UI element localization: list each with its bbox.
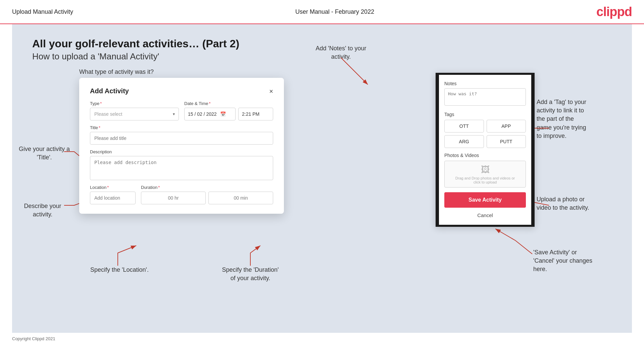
modal-header: Add Activity × [90, 87, 273, 95]
modal-title: Add Activity [90, 87, 129, 95]
title-group: Title* [90, 125, 273, 145]
annotation-duration: Specify the 'Duration' of your activity. [210, 266, 291, 282]
tag-putt[interactable]: PUTT [487, 135, 526, 148]
annotation-notes: Add 'Notes' to your activity. [301, 44, 381, 61]
type-group: Type* Please select ▾ [90, 101, 179, 120]
duration-inputs [141, 192, 273, 204]
tag-arg[interactable]: ARG [444, 135, 484, 148]
phone-inner: Notes Tags OTT APP ARG PUTT Photos & Vid… [439, 75, 531, 225]
description-textarea[interactable] [90, 156, 273, 180]
description-group: Description [90, 149, 273, 180]
description-label: Description [90, 149, 273, 154]
photos-label: Photos & Videos [444, 153, 526, 158]
manual-title: User Manual - February 2022 [295, 8, 374, 15]
annotation-upload: Upload a photo or video to the activity. [537, 195, 624, 212]
type-select-wrap: Please select ▾ [90, 108, 179, 120]
title-input[interactable] [90, 132, 273, 145]
datetime-group: Date & Time* 15 / 02 / 2022 📅 2:21 PM [184, 101, 273, 120]
minutes-input[interactable] [208, 192, 273, 204]
page-title: Upload Manual Activity [12, 8, 73, 15]
location-group: Location* [90, 185, 136, 204]
date-value: 15 / 02 / 2022 [188, 111, 217, 117]
notes-label: Notes [444, 81, 526, 86]
time-value: 2:21 PM [242, 111, 259, 117]
cancel-button[interactable]: Cancel [444, 211, 526, 219]
type-datetime-row: Type* Please select ▾ Date & Time* 15 / … [90, 101, 273, 120]
date-input[interactable]: 15 / 02 / 2022 📅 [184, 108, 236, 120]
top-bar: Upload Manual Activity User Manual - Feb… [0, 0, 644, 24]
datetime-label: Date & Time* [184, 101, 273, 106]
time-input[interactable]: 2:21 PM [238, 108, 273, 120]
photos-dropzone[interactable]: 🖼 Drag and Drop photos and videos or cli… [444, 161, 526, 188]
tags-grid: OTT APP ARG PUTT [444, 120, 526, 148]
phone-panel: Notes Tags OTT APP ARG PUTT Photos & Vid… [436, 73, 535, 227]
duration-label: Duration* [141, 185, 273, 190]
tag-ott[interactable]: OTT [444, 120, 484, 133]
notes-textarea[interactable] [444, 88, 526, 106]
calendar-icon: 📅 [220, 111, 226, 117]
add-activity-modal: Add Activity × Type* Please select ▾ Dat… [79, 78, 284, 214]
copyright: Copyright Clippd 2021 [12, 336, 55, 341]
annotation-describe: Describe your activity. [17, 202, 68, 219]
close-button[interactable]: × [269, 88, 273, 95]
tag-app[interactable]: APP [487, 120, 526, 133]
annotation-location: Specify the 'Location'. [86, 266, 153, 274]
title-label: Title* [90, 125, 273, 130]
photos-drop-text: Drag and Drop photos and videos or click… [455, 176, 515, 184]
annotation-give-title: Give your activity a 'Title'. [17, 145, 71, 162]
location-label: Location* [90, 185, 136, 190]
annotation-save: 'Save Activity' or 'Cancel' your changes… [533, 248, 624, 274]
tags-label: Tags [444, 112, 526, 117]
date-time-inputs: 15 / 02 / 2022 📅 2:21 PM [184, 108, 273, 120]
footer: Copyright Clippd 2021 [0, 333, 644, 345]
duration-group: Duration* [141, 185, 273, 204]
hours-input[interactable] [141, 192, 206, 204]
photo-icon: 🖼 [481, 164, 490, 175]
main-content: All your golf-relevant activities… (Part… [12, 24, 632, 333]
location-input[interactable] [90, 192, 136, 204]
location-duration-row: Location* Duration* [90, 185, 273, 204]
type-select[interactable]: Please select [90, 108, 179, 120]
save-activity-button[interactable]: Save Activity [444, 192, 526, 208]
logo: clippd [596, 5, 632, 19]
annotation-tag: Add a 'Tag' to your activity to link it … [537, 98, 624, 140]
type-label: Type* [90, 101, 179, 106]
